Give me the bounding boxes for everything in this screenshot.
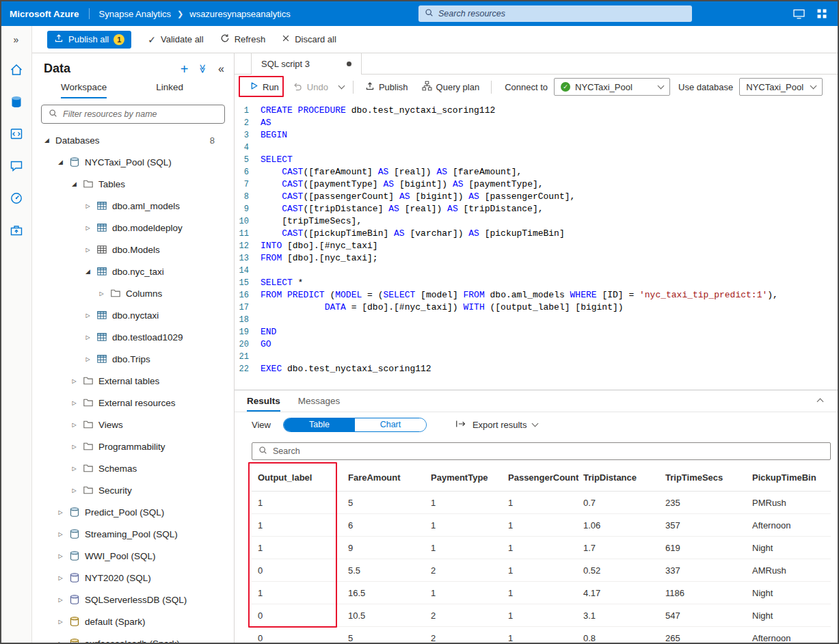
tab-workspace[interactable]: Workspace bbox=[61, 82, 107, 98]
refresh-button[interactable]: Refresh bbox=[220, 33, 266, 45]
collapse-all-icon[interactable]: ≫ bbox=[198, 64, 209, 74]
expand-arrow-icon[interactable]: ▷ bbox=[70, 444, 78, 450]
home-nav-icon[interactable] bbox=[1, 53, 32, 85]
undo-button[interactable]: Undo bbox=[286, 77, 335, 96]
add-resource-icon[interactable]: + bbox=[181, 62, 189, 76]
view-toggle-table[interactable]: Table bbox=[284, 418, 355, 431]
integrate-nav-icon[interactable] bbox=[1, 150, 32, 182]
expand-arrow-icon[interactable]: ▷ bbox=[70, 378, 78, 384]
expand-arrow-icon[interactable]: ▷ bbox=[57, 575, 64, 581]
code-line[interactable]: 11 CAST([pickupTimeBin] AS [varchar]) AS… bbox=[235, 228, 838, 240]
tab-messages[interactable]: Messages bbox=[298, 390, 341, 412]
tree-item-dbo-trips[interactable]: ▷dbo.Trips bbox=[32, 348, 234, 370]
tree-item-dbo-models[interactable]: ▷dbo.Models bbox=[32, 239, 234, 260]
expand-arrow-icon[interactable]: ▷ bbox=[57, 553, 64, 559]
results-search-box[interactable] bbox=[252, 442, 831, 460]
tree-item-dbo-nyc-taxi[interactable]: ◢dbo.nyc_taxi bbox=[32, 260, 234, 282]
feedback-icon[interactable] bbox=[793, 9, 805, 19]
table-row[interactable]: 16111.06357Afternoon bbox=[252, 514, 831, 537]
code-line[interactable]: 10 [tripTimeSecs], bbox=[235, 215, 838, 228]
column-header-tripdistance[interactable]: TripDistance bbox=[577, 464, 659, 492]
code-line[interactable]: 2AS bbox=[235, 117, 838, 129]
code-line[interactable]: 13FROM [dbo].[nyc_taxi]; bbox=[235, 252, 838, 265]
data-nav-icon[interactable] bbox=[1, 85, 32, 118]
expand-arrow-icon[interactable]: ▷ bbox=[57, 597, 64, 603]
tree-item-default-spark[interactable]: ▷default (Spark) bbox=[32, 611, 234, 632]
collapse-arrow-icon[interactable]: ◢ bbox=[84, 268, 92, 275]
expand-arrow-icon[interactable]: ▷ bbox=[84, 334, 92, 340]
expand-arrow-icon[interactable]: ▷ bbox=[57, 509, 64, 515]
sql-code-editor[interactable]: 1CREATE PROCEDURE dbo.test_nyctaxi_scori… bbox=[235, 99, 838, 390]
collapse-arrow-icon[interactable]: ◢ bbox=[57, 159, 64, 165]
tree-item-dbo-aml-models[interactable]: ▷dbo.aml_models bbox=[32, 195, 234, 217]
expand-arrow-icon[interactable]: ▷ bbox=[70, 400, 78, 406]
code-line[interactable]: 8 CAST([passengerCount] AS [bigint]) AS … bbox=[235, 191, 838, 203]
column-header-pickuptimebin[interactable]: PickupTimeBin bbox=[746, 464, 831, 492]
code-line[interactable]: 22EXEC dbo.test_nyctaxi_scoring112 bbox=[235, 363, 838, 375]
collapse-panel-icon[interactable]: « bbox=[218, 63, 224, 75]
code-line[interactable]: 7 CAST([paymentType] AS [bigint]) AS [pa… bbox=[235, 178, 838, 191]
search-resources-box[interactable] bbox=[418, 5, 692, 22]
tree-item-wwi-pool-sql[interactable]: ▷WWI_Pool (SQL) bbox=[32, 545, 234, 567]
tree-item-predict-pool-sql[interactable]: ▷Predict_Pool (SQL) bbox=[32, 501, 234, 523]
manage-nav-icon[interactable] bbox=[1, 214, 32, 246]
table-row[interactable]: 010.5213.1547Night bbox=[252, 604, 831, 627]
table-row[interactable]: 15110.7235PMRush bbox=[252, 492, 831, 514]
code-line[interactable]: 19END bbox=[235, 326, 838, 338]
expand-arrow-icon[interactable]: ▷ bbox=[57, 531, 64, 537]
table-row[interactable]: 19111.7619Night bbox=[252, 537, 831, 559]
discard-all-button[interactable]: Discard all bbox=[282, 34, 336, 44]
tree-item-tables[interactable]: ◢Tables bbox=[32, 173, 234, 195]
expand-arrow-icon[interactable]: ▷ bbox=[84, 356, 92, 362]
expand-arrow-icon[interactable]: ▷ bbox=[70, 422, 78, 428]
code-line[interactable]: 15SELECT * bbox=[235, 277, 838, 289]
view-toggle-chart[interactable]: Chart bbox=[355, 418, 426, 431]
code-line[interactable]: 16FROM PREDICT (MODEL = (SELECT [model] … bbox=[235, 289, 838, 301]
monitor-nav-icon[interactable] bbox=[1, 182, 32, 214]
tree-item-streaming-pool-sql[interactable]: ▷Streaming_Pool (SQL) bbox=[32, 523, 234, 545]
filter-resources-box[interactable] bbox=[41, 105, 225, 124]
code-line[interactable]: 5SELECT bbox=[235, 154, 838, 166]
expand-arrow-icon[interactable]: ▷ bbox=[70, 466, 78, 472]
code-line[interactable]: 1CREATE PROCEDURE dbo.test_nyctaxi_scori… bbox=[235, 105, 838, 117]
code-line[interactable]: 17 DATA = [dbo].[#nyc_taxi]) WITH ([outp… bbox=[235, 301, 838, 314]
tab-linked[interactable]: Linked bbox=[156, 82, 183, 98]
table-row[interactable]: 05210.8265Afternoon bbox=[252, 627, 831, 643]
tree-item-external-tables[interactable]: ▷External tables bbox=[32, 370, 234, 392]
code-line[interactable]: 18 bbox=[235, 314, 838, 326]
filter-resources-input[interactable] bbox=[63, 109, 217, 119]
code-line[interactable]: 12INTO [dbo].[#nyc_taxi] bbox=[235, 240, 838, 252]
tree-item-surfacesalesdb-spark[interactable]: ▷surfacesalesdb (Spark) bbox=[32, 632, 234, 643]
tree-item-dbo-nyctaxi[interactable]: ▷dbo.nyctaxi bbox=[32, 304, 234, 326]
tree-item-nyctaxi-pool-sql[interactable]: ◢NYCTaxi_Pool (SQL) bbox=[32, 151, 234, 173]
tree-item-sqlserverlessdb-sql[interactable]: ▷SQLServerlessDB (SQL) bbox=[32, 589, 234, 611]
use-database-dropdown[interactable]: NYCTaxi_Pool bbox=[739, 78, 823, 96]
code-line[interactable]: 9 CAST([tripDistance] AS [real]) AS [tri… bbox=[235, 203, 838, 215]
expand-arrow-icon[interactable]: ▷ bbox=[57, 619, 64, 625]
code-line[interactable]: 20GO bbox=[235, 338, 838, 351]
code-line[interactable]: 3BEGIN bbox=[235, 129, 838, 142]
tree-item-views[interactable]: ▷Views bbox=[32, 414, 234, 435]
validate-all-button[interactable]: ✓ Validate all bbox=[148, 34, 203, 45]
breadcrumb-synapse-analytics[interactable]: Synapse Analytics bbox=[99, 9, 172, 19]
table-row[interactable]: 116.5114.171186Night bbox=[252, 582, 831, 604]
search-resources-input[interactable] bbox=[438, 9, 686, 18]
column-header-fareamount[interactable]: FareAmount bbox=[342, 464, 425, 492]
expand-arrow-icon[interactable]: ▷ bbox=[98, 291, 105, 297]
column-header-paymenttype[interactable]: PaymentType bbox=[425, 464, 502, 492]
undo-redo-dropdown-chevron-icon[interactable] bbox=[335, 77, 348, 96]
tree-item-dbo-testload1029[interactable]: ▷dbo.testload1029 bbox=[32, 326, 234, 348]
collapse-results-button[interactable] bbox=[815, 393, 825, 409]
apps-grid-icon[interactable] bbox=[817, 9, 827, 18]
tree-item-dbo-modeldeploy[interactable]: ▷dbo.modeldeploy bbox=[32, 217, 234, 239]
collapse-arrow-icon[interactable]: ◢ bbox=[43, 137, 51, 144]
tree-item-external-resources[interactable]: ▷External resources bbox=[32, 392, 234, 414]
collapse-arrow-icon[interactable]: ◢ bbox=[70, 180, 78, 187]
breadcrumb-workspace-name[interactable]: wsazuresynapseanalytics bbox=[189, 9, 290, 19]
run-button[interactable]: Run bbox=[243, 77, 286, 96]
develop-nav-icon[interactable] bbox=[1, 118, 32, 150]
tree-item-programmability[interactable]: ▷Programmability bbox=[32, 435, 234, 457]
tree-item-schemas[interactable]: ▷Schemas bbox=[32, 457, 234, 479]
publish-button[interactable]: Publish bbox=[358, 77, 415, 96]
code-line[interactable]: 6 CAST([fareAmount] AS [real]) AS [fareA… bbox=[235, 166, 838, 178]
